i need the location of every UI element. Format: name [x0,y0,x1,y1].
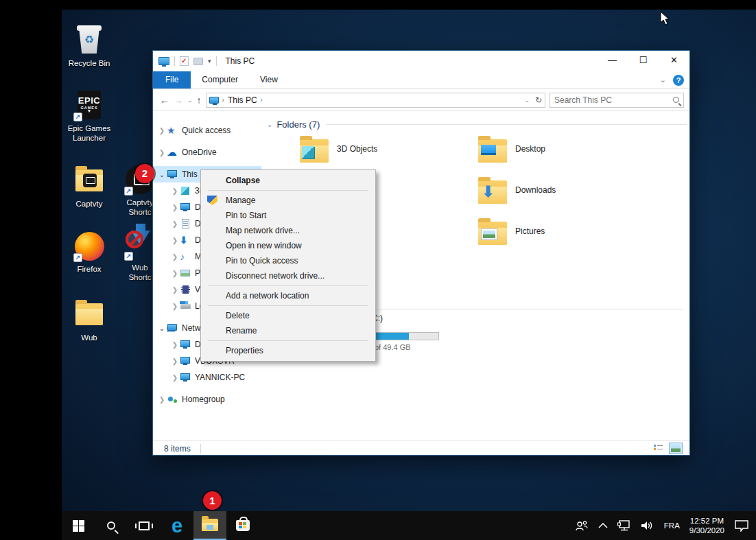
chevron-right-icon[interactable]: ❯ [170,374,180,381]
address-bar-row: ← → ⌄ ↑ › This PC › ⌄ ↻ [153,89,689,111]
this-pc-icon [209,97,219,104]
search-box[interactable] [550,93,684,108]
pictures-icon [180,270,190,277]
search-icon[interactable] [673,97,679,103]
show-hidden-icons-chevron-icon[interactable] [598,523,608,528]
large-icons-view-button[interactable] [669,443,683,454]
ribbon-tabs: File Computer View ⌄ ? [153,71,689,89]
tree-item-network-pc-3[interactable]: ❯ YANNICK-PC [153,369,261,386]
chevron-right-icon[interactable]: ❯ [170,341,180,349]
expand-ribbon-icon[interactable]: ⌄ [660,75,666,84]
minimize-button[interactable]: — [597,51,628,71]
pictures-icon [481,228,497,240]
onedrive-icon: ☁ [167,146,177,158]
back-button[interactable]: ← [160,95,169,106]
language-indicator[interactable]: FRA [664,521,680,530]
icon-label: Recycle Bin [69,59,110,67]
close-button[interactable]: ✕ [659,51,689,71]
folders-group-header[interactable]: ⌄ Folders (7) [267,119,687,130]
taskbar: e [62,511,756,540]
tree-item-quick-access[interactable]: ❯ ★ Quick access [153,122,261,139]
network-icon[interactable] [617,520,631,531]
chevron-right-icon[interactable]: ❯ [157,127,167,134]
chevron-right-icon[interactable]: ❯ [157,149,167,156]
title-bar[interactable]: ▾ This PC — ☐ ✕ [153,51,689,71]
chevron-right-icon[interactable]: ❯ [157,396,167,403]
chevron-right-icon[interactable]: ❯ [170,357,180,365]
menu-item-delete[interactable]: Delete [201,308,375,323]
quick-access-icon: ★ [167,125,176,136]
maximize-button[interactable]: ☐ [628,51,659,71]
address-bar[interactable]: › This PC › ⌄ ↻ [206,93,545,108]
chevron-down-icon[interactable]: ⌄ [157,325,167,332]
folder-tile-desktop[interactable]: Desktop [473,138,644,169]
chevron-down-icon[interactable]: ⌄ [157,171,167,178]
breadcrumb[interactable]: This PC [228,95,257,105]
recent-locations-icon[interactable]: ⌄ [187,97,193,104]
taskbar-clock[interactable]: 12:52 PM 9/30/2020 [689,516,724,535]
task-view-button[interactable] [128,511,161,540]
chevron-right-icon[interactable]: ❯ [170,204,180,211]
desktop-icon-wub[interactable]: Wub [56,299,122,342]
help-icon[interactable]: ? [673,75,684,86]
properties-qat-icon[interactable] [180,56,189,66]
refresh-icon[interactable]: ↻ [535,95,542,105]
annotation-badge-2: 2 [135,164,154,183]
tree-item-onedrive[interactable]: ❯ ☁ OneDrive [153,144,261,161]
menu-item-properties[interactable]: Properties [201,343,375,358]
menu-item-rename[interactable]: Rename [201,323,375,338]
customize-qat-dropdown-icon[interactable]: ▾ [208,58,211,64]
taskbar-edge-button[interactable]: e [161,511,193,540]
menu-item-disconnect-network-drive[interactable]: Disconnect network drive... [201,268,375,283]
menu-separator [208,190,368,191]
menu-separator [208,305,368,306]
chevron-right-icon[interactable]: ❯ [170,237,180,244]
forward-button[interactable]: → [174,95,183,106]
desktop-icon-recycle-bin[interactable]: ♻ Recycle Bin [56,25,122,68]
task-view-icon [139,521,150,530]
menu-item-collapse[interactable]: Collapse [201,173,375,188]
chevron-right-icon[interactable]: ❯ [170,187,180,195]
taskbar-store-button[interactable] [226,511,259,540]
chevron-right-icon[interactable]: ❯ [170,270,180,277]
tab-computer[interactable]: Computer [191,71,249,89]
chevron-right-icon[interactable]: ❯ [170,286,180,294]
system-tray: FRA 12:52 PM 9/30/2020 [575,511,756,540]
menu-item-pin-to-start[interactable]: Pin to Start [201,208,375,223]
address-dropdown-icon[interactable]: ⌄ [524,97,530,104]
annotation-badge-1: 1 [203,491,222,510]
context-menu: Collapse Manage Pin to Start Map network… [200,169,376,362]
up-button[interactable]: ↑ [197,95,202,106]
chevron-right-icon[interactable]: ❯ [170,303,180,310]
search-icon [107,521,115,530]
uac-shield-icon [207,196,217,205]
downloads-icon: ⬇ [482,183,494,201]
folder-tile-3d-objects[interactable]: 3D Objects [294,138,466,169]
folder-tile-downloads[interactable]: ⬇ Downloads [473,179,644,211]
start-button[interactable] [62,511,95,540]
menu-item-open-in-new-window[interactable]: Open in new window [201,238,375,253]
chevron-right-icon[interactable]: ❯ [170,220,180,228]
tree-item-homegroup[interactable]: ❯ Homegroup [153,391,261,408]
new-folder-qat-icon[interactable] [193,58,203,65]
volume-icon[interactable] [641,520,654,531]
3d-objects-icon [302,146,314,159]
taskbar-file-explorer-button[interactable] [193,511,226,540]
videos-icon [181,285,190,294]
desktop-icon-epic-games[interactable]: EPIC GAMES▾ ↗ Epic Games Launcher [56,90,122,143]
menu-item-add-network-location[interactable]: Add a network location [201,288,375,303]
details-view-button[interactable] [651,443,665,454]
chevron-down-icon[interactable]: ⌄ [267,121,272,128]
tab-file[interactable]: File [153,71,191,89]
chevron-right-icon[interactable]: ❯ [170,253,180,261]
action-center-icon[interactable] [734,519,749,532]
folder-tile-pictures[interactable]: Pictures [473,220,644,252]
people-icon[interactable] [575,520,589,532]
menu-item-manage[interactable]: Manage [201,193,375,208]
taskbar-search-button[interactable] [95,511,128,540]
menu-item-map-network-drive[interactable]: Map network drive... [201,223,375,238]
menu-item-pin-to-quick-access[interactable]: Pin to Quick access [201,253,375,268]
tab-view[interactable]: View [249,71,289,89]
wub-folder-icon [73,299,105,331]
search-input[interactable] [554,95,673,105]
